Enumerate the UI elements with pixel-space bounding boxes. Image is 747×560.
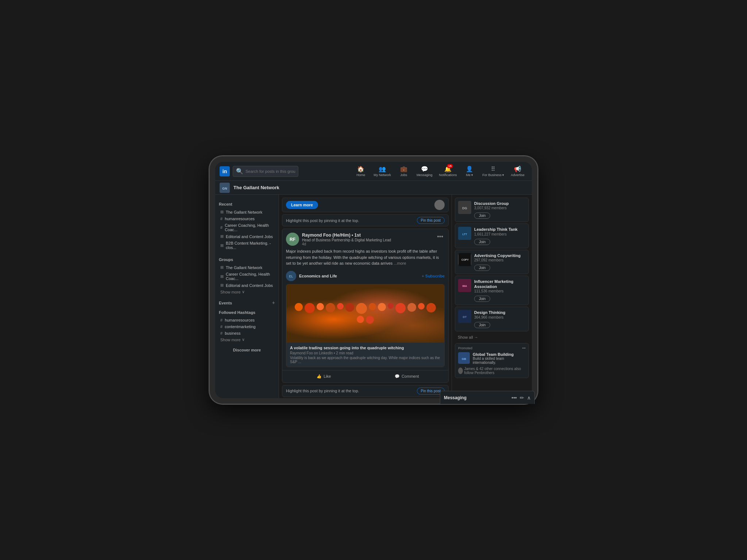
group-icon: ⊞ <box>220 210 224 214</box>
post-author-title-1: Head of Business Partnership & Digital M… <box>302 238 433 242</box>
group-avatar: GN <box>220 183 230 193</box>
hashtag-icon: # <box>220 217 222 221</box>
sidebar-item-career-coaching-group[interactable]: ⊞ Career Coaching, Health Coac... <box>219 271 275 282</box>
join-leadership-button[interactable]: Join <box>474 239 490 245</box>
sidebar-item-editorial-group[interactable]: ⊞ Editorial and Content Jobs <box>219 282 275 289</box>
pin-post-button-1[interactable]: Pin this post <box>417 217 445 224</box>
nav-me[interactable]: 👤 Me ▾ <box>460 164 479 178</box>
nav-messaging[interactable]: 💬 Messaging <box>414 164 436 178</box>
hashtags-show-more[interactable]: Show more ∨ <box>219 337 275 343</box>
search-bar[interactable]: 🔍 <box>233 166 298 177</box>
messaging-icon: 💬 <box>421 166 428 172</box>
group-leadership-info: Leadership Think Tank 1,661,227 members … <box>474 227 526 245</box>
network-icon: 👥 <box>379 166 386 172</box>
device-screen: in 🔍 🏠 Home 👥 My Network 💼 Jobs <box>215 162 532 398</box>
sidebar-hashtag-contentmarketing[interactable]: # contentmarketing <box>219 323 275 330</box>
svg-text:GN: GN <box>222 187 227 190</box>
channel-name[interactable]: Economics and Life <box>299 274 419 278</box>
nav-notifications[interactable]: 🔔 15 Notifications <box>436 164 460 178</box>
group-suggestion-discussion: DG Discussion Group 3,007,932 members Jo… <box>455 198 529 222</box>
discover-more-button[interactable]: Discover more <box>219 346 275 354</box>
groups-show-more[interactable]: Show more ∨ <box>219 289 275 295</box>
sidebar-hashtag-business[interactable]: # business <box>219 330 275 337</box>
comment-button-1[interactable]: 💬 Comment <box>365 372 449 381</box>
sidebar-item-career-coaching-recent[interactable]: # Career Coaching, Health Coac... <box>219 222 275 233</box>
messaging-collapse-button[interactable]: ∧ <box>527 395 531 398</box>
nav-advertise[interactable]: 📢 Advertise <box>508 164 527 178</box>
hashtags-title: Followed Hashtags <box>219 310 275 315</box>
feed: Learn more Highlight this post by pinnin… <box>279 195 452 398</box>
hashtag-icon-3: # <box>220 318 222 322</box>
messaging-compose-button[interactable]: ✏ <box>520 395 524 398</box>
join-copywriting-button[interactable]: Join <box>474 265 490 271</box>
partial-post-avatar <box>434 200 445 210</box>
jobs-icon: 💼 <box>400 166 407 172</box>
nav-home[interactable]: 🏠 Home <box>352 164 370 178</box>
nav-notifications-label: Notifications <box>439 173 457 177</box>
linkedin-logo[interactable]: in <box>220 166 230 176</box>
search-icon: 🔍 <box>236 168 243 175</box>
post-link-sub-1: Raymond Foo on LinkedIn • 2 min read <box>290 351 441 355</box>
subscribe-button[interactable]: + Subscribe <box>422 274 445 278</box>
promo-more-icon[interactable]: ••• <box>522 346 526 350</box>
svg-text:LTT: LTT <box>462 233 467 236</box>
promo-content: GB Global Team Building Build a skilled … <box>458 352 526 365</box>
post-avatar-1: RF <box>286 233 299 246</box>
nav-me-label: Me ▾ <box>466 173 473 177</box>
post-header-1: RF Raymond Foo (He/Him) • 1st Head of Bu… <box>282 229 448 248</box>
sidebar-item-gallant-network-recent[interactable]: ⊞ The Gallant Network <box>219 209 275 215</box>
post-subscribe-bar: EL Economics and Life + Subscribe <box>282 269 448 284</box>
post-link-excerpt-1: Volatility is back as we approach the qu… <box>290 356 441 364</box>
sidebar-item-editorial-recent[interactable]: ⊞ Editorial and Content Jobs <box>219 233 275 240</box>
svg-text:IMA: IMA <box>462 285 467 287</box>
nav-network-label: My Network <box>374 173 391 177</box>
group-copywriting-info: Advertising Copywriting 297,092 members … <box>474 253 526 271</box>
promo-follower-avatar <box>458 368 463 374</box>
promo-followers: James & 42 other connections also follow… <box>458 367 526 375</box>
right-panel: DG Discussion Group 3,007,932 members Jo… <box>452 195 532 398</box>
nav-advertise-label: Advertise <box>511 173 525 177</box>
notifications-badge: 15 <box>447 164 453 168</box>
show-all-link[interactable]: Show all → <box>455 333 529 342</box>
add-event-button[interactable]: + <box>272 300 275 306</box>
post-more-button-1[interactable]: ••• <box>436 233 445 241</box>
chevron-down-icon: ∨ <box>242 289 245 294</box>
svg-text:RF: RF <box>290 237 295 242</box>
group-copywriting-avatar: COPY <box>458 253 471 266</box>
post-author-name-1[interactable]: Raymond Foo (He/Him) • 1st <box>302 233 433 238</box>
pin-bar-1: Highlight this post by pinning it at the… <box>282 214 449 226</box>
channel-avatar: EL <box>286 271 296 281</box>
join-design-button[interactable]: Join <box>474 322 490 328</box>
nav-jobs[interactable]: 💼 Jobs <box>395 164 413 178</box>
search-input[interactable] <box>245 169 295 174</box>
join-influencer-button[interactable]: Join <box>474 296 490 302</box>
post-author-info-1: Raymond Foo (He/Him) • 1st Head of Busin… <box>302 233 433 246</box>
sidebar-item-gallant-network-group[interactable]: ⊞ The Gallant Network <box>219 264 275 271</box>
post-card-1: RF Raymond Foo (He/Him) • 1st Head of Bu… <box>282 229 449 383</box>
svg-text:EL: EL <box>289 275 293 278</box>
nav-my-network[interactable]: 👥 My Network <box>371 164 394 178</box>
group-icon-2: ⊞ <box>220 234 224 239</box>
group-suggestion-copywriting: COPY Advertising Copywriting 297,092 mem… <box>455 250 529 274</box>
sidebar-hashtag-humanresources[interactable]: # humanresources <box>219 317 275 323</box>
sidebar-item-humanresources-recent[interactable]: # humanresources <box>219 215 275 222</box>
me-icon: 👤 <box>466 166 473 172</box>
messaging-bar: Messaging ••• ✏ ∧ <box>440 391 532 398</box>
like-button-1[interactable]: 👍 Like <box>282 372 365 381</box>
pin-bar-2: Highlight this post by pinning it at the… <box>282 385 449 397</box>
group-design-info: Design Thinking 364,966 members Join <box>474 310 526 328</box>
promo-name[interactable]: Global Team Building <box>473 352 526 357</box>
promo-label: Promoted ••• <box>458 346 526 350</box>
promo-avatar: GB <box>458 352 470 364</box>
join-discussion-button[interactable]: Join <box>474 213 490 219</box>
nav-for-business[interactable]: ⠿ For Business ▾ <box>479 164 507 178</box>
chevron-down-icon-2: ∨ <box>242 337 245 342</box>
messaging-more-button[interactable]: ••• <box>511 395 517 398</box>
read-more-1[interactable]: ...more <box>394 261 406 265</box>
learn-more-button[interactable]: Learn more <box>286 201 318 209</box>
business-icon: ⠿ <box>491 166 495 172</box>
post-link-preview-1[interactable]: A volatile trading session going into th… <box>286 284 445 367</box>
messaging-label: Messaging <box>444 395 508 398</box>
sidebar-item-b2b-recent[interactable]: ⊞ B2B Content Marketing. - clos... <box>219 240 275 251</box>
promo-tagline: Build a skilled team internationally. <box>473 357 526 365</box>
